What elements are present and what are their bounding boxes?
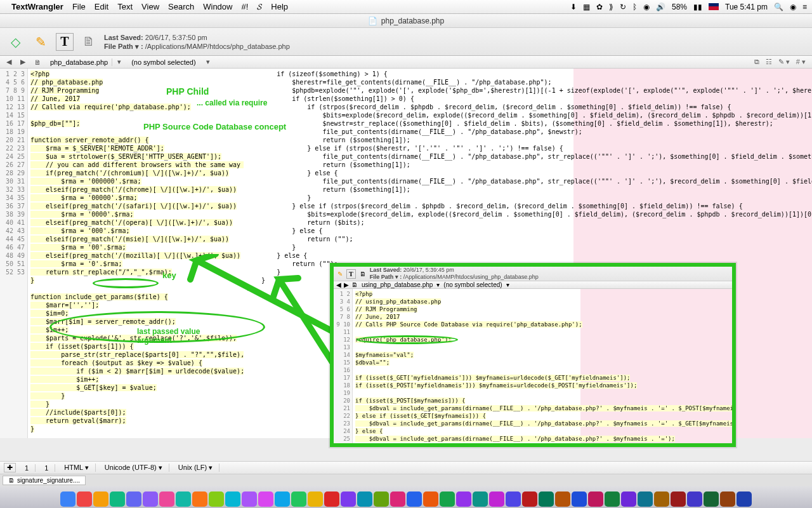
spotlight-icon[interactable]: 🔍 — [774, 3, 783, 11]
notification-icon[interactable]: ≡ — [802, 3, 807, 11]
dock-app-28[interactable] — [522, 491, 537, 507]
nav-doc-icon[interactable]: 🗎 — [30, 58, 45, 66]
dock-app-25[interactable] — [473, 491, 488, 507]
dock-app-22[interactable] — [423, 491, 438, 507]
dock-app-17[interactable] — [341, 491, 356, 507]
dock-app-11[interactable] — [242, 491, 257, 507]
dock-app-31[interactable] — [572, 491, 587, 507]
code-right-text[interactable]: if (sizeof($something) > 1) { $herestr=f… — [246, 70, 812, 292]
text-options-icon[interactable]: T — [56, 33, 74, 51]
dock-app-24[interactable] — [456, 491, 471, 507]
menu-shebang[interactable]: #! — [241, 2, 248, 11]
dock-app-27[interactable] — [506, 491, 521, 507]
dock-app-5[interactable] — [143, 491, 158, 507]
dock-app-40[interactable] — [720, 491, 735, 507]
menu-edit[interactable]: Edit — [95, 2, 108, 11]
inset-nav-dd1[interactable]: ▾ — [436, 281, 440, 288]
dock-app-8[interactable] — [192, 491, 207, 507]
volume-icon[interactable]: 🔊 — [656, 3, 665, 11]
clock[interactable]: Tue 5:41 pm — [725, 3, 768, 11]
nav-symbol[interactable]: (no symbol selected) — [126, 58, 201, 66]
download-icon[interactable]: ⬇ — [570, 3, 577, 11]
dock-app-20[interactable] — [390, 491, 405, 507]
dock-app-36[interactable] — [654, 491, 669, 507]
inset-nav-filename[interactable]: using_php_database.php — [362, 281, 433, 288]
nav-filename[interactable]: php_database.php — [46, 58, 112, 66]
inset-pencil-icon[interactable]: ✎ — [337, 271, 343, 277]
dock-app-21[interactable] — [407, 491, 422, 507]
dock-app-4[interactable] — [126, 491, 141, 507]
flag-icon[interactable] — [709, 3, 719, 10]
dock-app-1[interactable] — [77, 491, 92, 507]
pencil-icon[interactable]: ✎ — [30, 32, 51, 52]
battery-icon[interactable]: ▮▮ — [693, 3, 702, 11]
dock-app-26[interactable] — [489, 491, 504, 507]
inset-nav-symbol[interactable]: (no symbol selected) — [443, 281, 502, 288]
add-document-button[interactable]: ✚ — [4, 463, 16, 472]
status-icon-3[interactable]: ⟫ — [609, 3, 613, 11]
menu-window[interactable]: Window — [203, 2, 232, 11]
wifi-icon[interactable]: ◉ — [643, 3, 650, 11]
dock-app-32[interactable] — [588, 491, 603, 507]
status-line[interactable]: 1 — [18, 464, 36, 472]
status-encoding[interactable]: Unicode (UTF-8) ▾ — [98, 464, 169, 472]
inset-code-text[interactable]: <?php // using_php_database.php // RJM P… — [355, 291, 732, 447]
dock-app-18[interactable] — [357, 491, 372, 507]
dock-app-16[interactable] — [324, 491, 339, 507]
dock-app-9[interactable] — [209, 491, 224, 507]
dock-app-35[interactable] — [638, 491, 653, 507]
code-pane-left[interactable]: <?php // php_database.php // RJM Program… — [28, 69, 244, 438]
nav-split-icon[interactable]: ⧉ — [754, 58, 759, 66]
status-icon-1[interactable]: ▦ — [583, 3, 590, 11]
dock-app-10[interactable] — [225, 491, 240, 507]
dock-app-6[interactable] — [159, 491, 174, 507]
menu-search[interactable]: Search — [168, 2, 194, 11]
app-name[interactable]: TextWrangler — [11, 2, 63, 11]
dock-app-12[interactable] — [258, 491, 273, 507]
nav-counterpart-icon[interactable]: ☷ — [766, 58, 772, 66]
dock-app-39[interactable] — [704, 491, 719, 507]
dock-app-23[interactable] — [440, 491, 455, 507]
dock-app-3[interactable] — [110, 491, 125, 507]
dock-app-37[interactable] — [671, 491, 686, 507]
inset-text-icon[interactable]: T — [346, 269, 356, 279]
nav-hash-icon[interactable]: # ▾ — [796, 58, 806, 66]
dock-app-0[interactable] — [60, 491, 75, 507]
dock-app-15[interactable] — [308, 491, 323, 507]
status-col[interactable]: 1 — [38, 464, 55, 472]
document-options-icon[interactable]: 🗎 — [79, 32, 99, 52]
nav-dropdown-2[interactable]: ▾ — [202, 58, 214, 66]
status-lineend[interactable]: Unix (LF) ▾ — [172, 464, 219, 472]
dock-app-14[interactable] — [291, 491, 306, 507]
dock-app-2[interactable] — [93, 491, 108, 507]
dock-app-19[interactable] — [374, 491, 389, 507]
drawer-icon[interactable]: ◇ — [5, 32, 25, 52]
document-tab[interactable]: 🗎 signature_signature.... — [3, 476, 86, 485]
status-icon-2[interactable]: ✿ — [596, 3, 603, 11]
bluetooth-icon[interactable]: ᛒ — [632, 3, 637, 11]
nav-next-icon[interactable]: ▶ — [16, 58, 29, 66]
nav-dropdown-1[interactable]: ▾ — [114, 58, 125, 66]
menu-view[interactable]: View — [141, 2, 159, 11]
inset-nav-dd2[interactable]: ▾ — [506, 281, 509, 288]
inset-file-path-label[interactable]: File Path ▾ : — [370, 274, 402, 280]
dock-app-38[interactable] — [687, 491, 702, 507]
macos-dock[interactable] — [0, 486, 812, 508]
nav-marker-icon[interactable]: ✎ ▾ — [778, 58, 790, 66]
menu-text[interactable]: Text — [117, 2, 133, 11]
inset-code[interactable]: <?php // using_php_database.php // RJM P… — [353, 289, 732, 447]
dock-app-30[interactable] — [555, 491, 570, 507]
dock-app-41[interactable] — [737, 491, 752, 507]
siri-icon[interactable]: ◉ — [790, 3, 796, 11]
menu-help[interactable]: Help — [271, 2, 288, 11]
code-left-text[interactable]: <?php // php_database.php // RJM Program… — [30, 70, 244, 438]
sync-icon[interactable]: ↻ — [620, 3, 626, 11]
file-path-label[interactable]: File Path ▾ : — [104, 43, 143, 50]
status-lang[interactable]: HTML ▾ — [58, 464, 96, 472]
dock-app-13[interactable] — [275, 491, 290, 507]
menu-file[interactable]: File — [72, 2, 86, 11]
dock-app-29[interactable] — [539, 491, 554, 507]
inset-nav-doc[interactable]: 🗎 — [351, 281, 358, 288]
nav-prev-icon[interactable]: ◀ — [3, 58, 15, 66]
dock-app-7[interactable] — [176, 491, 191, 507]
